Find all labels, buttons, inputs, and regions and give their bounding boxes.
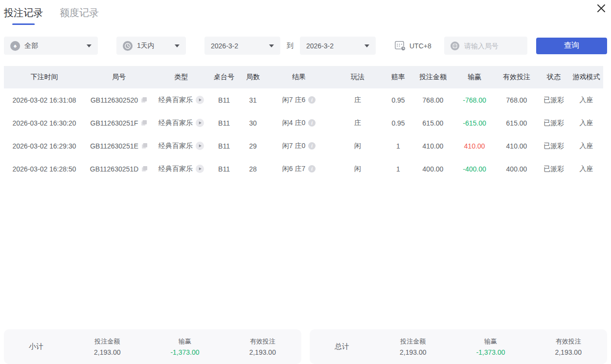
game-type-cell: 经典百家乐: [153, 157, 209, 180]
subtotal-card: 小计 投注金额 2,193.00 输赢 -1,373.00 有效投注 2,193…: [4, 329, 301, 364]
game-number-input[interactable]: [463, 42, 521, 50]
stat-value: 2,193.00: [224, 348, 301, 356]
category-dropdown-value: 全部: [24, 42, 38, 50]
odds: 1: [385, 134, 412, 157]
date-to-picker[interactable]: 2026-3-2: [300, 37, 376, 55]
play-icon[interactable]: [196, 165, 204, 173]
status: 已派彩: [538, 88, 569, 111]
bet-time: 2026-03-02 16:29:30: [4, 134, 85, 157]
table-no: B11: [209, 88, 239, 111]
col-play: 玩法: [331, 66, 385, 88]
game-id: GB1126302520: [91, 96, 138, 104]
bet-amount: 768.00: [412, 88, 454, 111]
result-cell: 闲4 庄0i: [267, 111, 331, 134]
info-icon[interactable]: i: [308, 119, 316, 127]
date-from-value: 2026-3-2: [211, 42, 238, 50]
total-label: 总计: [310, 342, 374, 351]
table-no: B11: [209, 111, 239, 134]
game-id: GB112630251E: [90, 142, 138, 150]
stat-value: -1,373.00: [452, 348, 530, 356]
info-icon[interactable]: i: [308, 142, 316, 150]
game-mode: 入座: [569, 111, 603, 134]
info-icon[interactable]: i: [308, 96, 316, 104]
status: 已派彩: [538, 134, 569, 157]
result-cell: 闲7 庄0i: [267, 134, 331, 157]
game-id: GB112630251D: [90, 165, 138, 173]
subtotal-bet-amount: 投注金额 2,193.00: [68, 337, 146, 356]
copy-icon[interactable]: [141, 143, 148, 149]
total-bet-amount: 投注金额 2,193.00: [374, 337, 452, 356]
result: 闲4 庄0: [282, 119, 305, 128]
table-row: 2026-03-02 16:28:50 GB112630251D 经典百家乐 B…: [4, 157, 603, 180]
stat-value: -1,373.00: [146, 348, 224, 356]
copy-icon[interactable]: [141, 166, 148, 172]
rounds: 31: [239, 88, 267, 111]
stat-value: 2,193.00: [529, 348, 607, 356]
tab-betting-records[interactable]: 投注记录: [4, 6, 43, 25]
chevron-down-icon: [364, 44, 369, 47]
date-from-picker[interactable]: 2026-3-2: [204, 37, 280, 55]
status: 已派彩: [538, 157, 569, 180]
filter-bar: ♠ 全部 1天内 2026-3-2 到 2026-3-2 UTC+8: [0, 37, 611, 55]
play-icon[interactable]: [196, 119, 204, 127]
play: 闲: [331, 157, 385, 180]
bet-amount: 615.00: [412, 111, 454, 134]
result: 闲7 庄0: [282, 142, 305, 150]
col-type: 类型: [153, 66, 209, 88]
dice-icon: [451, 42, 463, 50]
valid-bet: 615.00: [495, 111, 538, 134]
play-icon[interactable]: [196, 142, 204, 150]
category-dropdown[interactable]: ♠ 全部: [4, 37, 98, 55]
stat-label: 投注金额: [374, 337, 452, 346]
game-type: 经典百家乐: [158, 142, 193, 150]
table-row: 2026-03-02 16:29:30 GB112630251E 经典百家乐 B…: [4, 134, 603, 157]
col-valid-bet: 有效投注: [495, 66, 538, 88]
result-cell: 闲7 庄6i: [267, 88, 331, 111]
time-range-dropdown[interactable]: 1天内: [116, 37, 186, 55]
rounds: 30: [239, 111, 267, 134]
valid-bet: 400.00: [495, 157, 538, 180]
tab-quota-records[interactable]: 额度记录: [60, 6, 99, 25]
col-rounds: 局数: [239, 66, 267, 88]
info-icon[interactable]: i: [308, 165, 316, 172]
query-button[interactable]: 查询: [536, 38, 607, 54]
summary-bar: 小计 投注金额 2,193.00 输赢 -1,373.00 有效投注 2,193…: [0, 329, 611, 364]
bet-time: 2026-03-02 16:28:50: [4, 157, 85, 180]
result: 闲7 庄6: [282, 96, 305, 105]
win-loss: -768.00: [454, 88, 495, 111]
total-card: 总计 投注金额 2,193.00 输赢 -1,373.00 有效投注 2,193…: [310, 329, 607, 364]
table-row: 2026-03-02 16:30:20 GB112630251F 经典百家乐 B…: [4, 111, 603, 134]
odds: 0.95: [385, 111, 412, 134]
game-id-cell: GB112630251F: [85, 111, 153, 134]
close-button[interactable]: [594, 1, 609, 16]
active-tab-underline: [12, 23, 35, 25]
result-cell: 闲6 庄7i: [267, 157, 331, 180]
copy-icon[interactable]: [141, 120, 147, 126]
table-header-row: 下注时间 局号 类型 桌台号 局数 结果 玩法 赔率 投注金额 输赢 有效投注 …: [4, 66, 603, 88]
play: 庄: [331, 88, 385, 111]
tab-quota-records-label: 额度记录: [60, 7, 99, 18]
table-no: B11: [209, 157, 239, 180]
play: 闲: [331, 134, 385, 157]
stat-label: 输赢: [146, 337, 224, 346]
total-valid-bet: 有效投注 2,193.00: [529, 337, 607, 356]
game-type: 经典百家乐: [158, 96, 193, 105]
stat-label: 有效投注: [224, 337, 301, 346]
table-row: 2026-03-02 16:31:08 GB1126302520 经典百家乐 B…: [4, 88, 603, 111]
play-icon[interactable]: [196, 96, 204, 104]
stat-label: 有效投注: [529, 337, 607, 346]
table-no: B11: [209, 134, 239, 157]
col-win-loss: 输赢: [454, 66, 495, 88]
stat-value: 2,193.00: [374, 348, 452, 356]
date-range-to-label: 到: [287, 42, 294, 50]
col-bet-time: 下注时间: [4, 66, 85, 88]
win-loss: -400.00: [454, 157, 495, 180]
win-loss: -615.00: [454, 111, 495, 134]
bet-amount: 400.00: [412, 157, 454, 180]
copy-icon[interactable]: [141, 97, 147, 103]
game-number-search[interactable]: [444, 37, 527, 55]
status: 已派彩: [538, 111, 569, 134]
spade-icon: ♠: [10, 41, 20, 51]
bet-time: 2026-03-02 16:31:08: [4, 88, 85, 111]
win-loss: 410.00: [454, 134, 495, 157]
